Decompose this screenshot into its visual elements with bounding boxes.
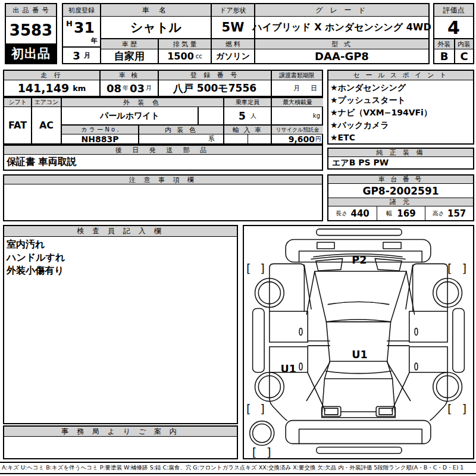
transfer-month-unit: 月 — [293, 84, 300, 93]
year-unit: 年 — [91, 36, 98, 45]
interior-color-value: 系 — [139, 134, 223, 143]
chassis-value: GP8-2002591 — [328, 184, 473, 198]
aircon-cell: エアコン AC — [31, 98, 61, 143]
history-label: 車 歴 — [101, 39, 158, 49]
inspector-note-line: 外装小傷有り — [7, 264, 234, 277]
bracket: ] — [267, 446, 271, 458]
later-parts-value: 保証書 車両取説 — [4, 155, 322, 170]
displacement-value: 1500 — [167, 51, 194, 62]
spare-wheel-inner — [253, 424, 271, 442]
spec-width-label: 幅 — [386, 209, 392, 218]
inspection-label: 車 検 — [101, 71, 158, 80]
wiper-right — [375, 259, 402, 271]
shift-value: FAT — [4, 107, 31, 143]
windshield — [315, 271, 406, 322]
inspector-notes: 室内汚れ ハンドルすれ 外装小傷有り — [7, 238, 234, 421]
chassis-box: 車 台 番 号 GP8-2002591 諸 元 長さ 440 幅 169 高さ … — [327, 174, 474, 221]
exterior-color-value: パールホワイト — [62, 107, 199, 126]
door-handle-front-right — [415, 328, 418, 336]
recycle-deposit-label: リサイクル預託金 — [272, 126, 323, 134]
displacement-cell: 排 気 量 1500 cc — [158, 38, 211, 63]
sales-point-item: ★ホンダセンシング — [330, 82, 472, 94]
sales-points-box: セ ー ル ス ポ イ ン ト ★ホンダセンシング ★プッシュスタート ★ナビ（… — [327, 70, 474, 145]
recycle-deposit-value: 9,600 — [289, 134, 315, 144]
fuel-value: ガソリン — [212, 49, 254, 63]
interior-grade-cell: 内装 C — [454, 38, 473, 63]
aircon-value: AC — [32, 107, 61, 143]
fender-front-left — [270, 264, 304, 311]
car-diagram: [ ] [ ] [ ] [ ] [ ] P2 U1 U1 — [244, 226, 473, 458]
model-code-cell: 型 式 DAA-GP8 — [255, 38, 428, 63]
car-name-value: シャトル — [101, 17, 211, 38]
mileage-value: 141,149 — [18, 82, 70, 95]
fender-front-right — [413, 264, 447, 311]
fuel-label: 燃 料 — [212, 39, 254, 49]
bracket: ] — [462, 402, 466, 416]
quarter-panel-lines — [306, 362, 410, 411]
sales-points-label: セ ー ル ス ポ イ ン ト — [328, 71, 473, 80]
license-plate-left-inner — [324, 408, 337, 415]
capacity-unit: 人 — [250, 112, 256, 120]
color-no-value: NH883P — [62, 134, 139, 143]
exterior-color-extra-cell — [199, 107, 223, 126]
office-notice-label: 事 務 局 よ り ご 案 内 — [4, 427, 237, 437]
inspection-year: 08 — [107, 82, 121, 95]
inspection-value-wrap: 08 年 03 月 — [101, 80, 158, 96]
sales-point-item: ★ETC — [330, 131, 472, 144]
transfer-day-unit: 日 — [311, 84, 317, 93]
spare-wheel — [250, 421, 274, 446]
import-car-divider — [248, 134, 248, 143]
damage-label-u1-left: U1 — [280, 363, 296, 375]
auction-sheet: 出 品 番 号 3583 初出品 初度登録 H 31 年 3 月 車 名 シャト… — [0, 0, 476, 476]
month-unit: 月 — [84, 51, 90, 60]
spec-height-cell: 高さ 157 — [425, 206, 473, 220]
car-name-cell: 車 名 シャトル 車 歴 自家用 排 気 量 1500 cc — [100, 4, 211, 63]
first-registration-label: 初度登録 — [63, 4, 100, 17]
front-top-bar — [317, 229, 402, 236]
bracket: [ — [252, 446, 257, 458]
max-load-label: 最大積載量 — [272, 98, 323, 107]
aircon-label: エアコン — [32, 98, 61, 107]
notes-box: 注 意 事 項 欄 — [3, 174, 323, 221]
inspection-month-unit: 月 — [146, 84, 152, 92]
chassis-label: 車 台 番 号 — [328, 176, 473, 184]
later-parts-box: 後 日 発 送 部 品 保証書 車両取説 — [3, 145, 323, 171]
first-registration-month: 3 月 — [63, 46, 100, 63]
inspector-box: 検 査 員 記 入 欄 室内汚れ ハンドルすれ 外装小傷有り — [3, 225, 238, 424]
notes-value — [4, 184, 322, 220]
capacity-block: 乗車定員 5 人 輸 入 車 — [223, 98, 271, 143]
interior-color-label: 内 装 色 — [139, 126, 223, 134]
inspector-label: 検 査 員 記 入 欄 — [4, 226, 237, 237]
shift-label: シフト — [4, 98, 31, 107]
lot-number: 3583 — [6, 17, 56, 43]
color-row-table: シフト FAT エアコン AC 外 装 色 パールホワイト カ ラ ー N o … — [3, 97, 323, 145]
shift-cell: シフト FAT — [4, 98, 31, 143]
bracket: ] — [462, 262, 466, 275]
bracket: [ — [447, 262, 452, 275]
vehicle-header-table: 初度登録 H 31 年 3 月 車 名 シャトル 車 歴 自家用 排 気 量 1… — [62, 3, 430, 64]
door-shape-value: 5W — [212, 17, 254, 38]
lot-number-label: 出 品 番 号 — [6, 4, 56, 17]
history-cell: 車 歴 自家用 — [101, 38, 158, 63]
fuel-cell: 燃 料 ガソリン — [212, 38, 254, 63]
grade-cell: グ レ ー ド ハイブリッド X ホンダセンシング 4WD 型 式 DAA-GP… — [254, 4, 428, 63]
oem-equipment-label: 純 正 装 備 — [328, 149, 473, 157]
month-value: 3 — [73, 49, 80, 62]
windshield-line — [328, 302, 389, 304]
lot-box: 出 品 番 号 3583 初出品 — [5, 3, 57, 64]
rear-bottom-bar — [317, 447, 402, 453]
history-value: 自家用 — [101, 49, 158, 63]
sales-point-item: ★バックカメラ — [330, 119, 472, 131]
interior-grade-value: C — [455, 49, 473, 63]
door-divider-lines — [308, 341, 409, 346]
first-registration-cell: 初度登録 H 31 年 3 月 — [63, 4, 100, 63]
import-car-label: 輸 入 車 — [224, 126, 271, 134]
registration-value: 八戸 500モ7556 — [159, 80, 271, 96]
door-handle-rear-right — [415, 363, 418, 370]
rear-bumper-inner — [299, 429, 422, 443]
sales-point-item: ★プッシュスタート — [330, 94, 472, 107]
registration-cell: 登 録 番 号 八戸 500モ7556 — [158, 71, 271, 96]
capacity-value: 5 — [239, 110, 246, 122]
displacement-label: 排 気 量 — [159, 39, 211, 49]
spec-width-cell: 幅 169 — [377, 206, 425, 220]
